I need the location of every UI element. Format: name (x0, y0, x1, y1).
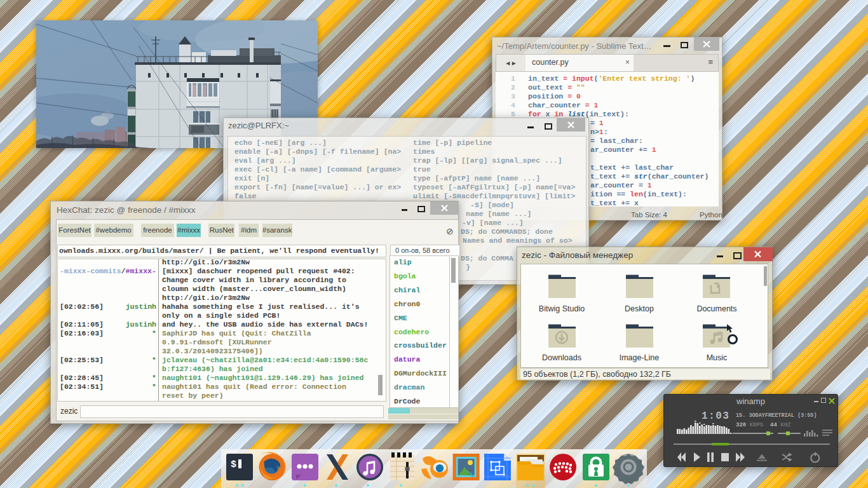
svg-text:$: $ (231, 459, 236, 470)
